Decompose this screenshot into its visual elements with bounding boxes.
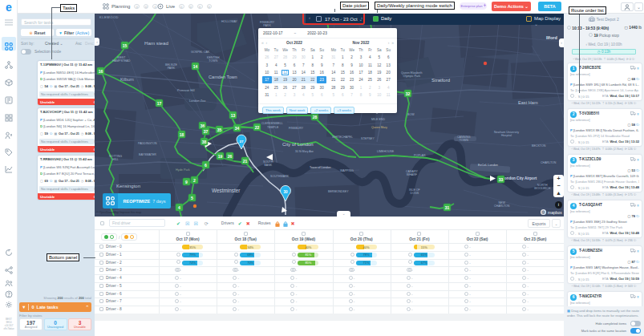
svg-text:38: 38 [202,140,207,144]
svg-text:35: 35 [217,128,222,132]
svg-text:14: 14 [193,64,198,69]
svg-text:15: 15 [123,43,128,48]
svg-text:18: 18 [180,132,184,137]
svg-text:5: 5 [191,196,193,200]
svg-text:26: 26 [228,154,233,159]
svg-text:6: 6 [205,163,207,168]
svg-text:27: 27 [240,140,244,144]
svg-text:30: 30 [283,190,288,194]
svg-text:4: 4 [178,205,180,210]
svg-text:31: 31 [445,205,450,210]
svg-text:21: 21 [243,159,248,164]
svg-text:13: 13 [231,113,236,118]
svg-text:22: 22 [255,125,260,130]
svg-text:37: 37 [204,129,209,134]
svg-text:16: 16 [99,69,103,74]
svg-text:19: 19 [218,154,223,159]
svg-text:33: 33 [499,177,504,182]
svg-text:9: 9 [185,180,188,184]
svg-text:17: 17 [157,101,162,106]
svg-text:34: 34 [235,126,240,131]
svg-text:2: 2 [193,178,196,183]
svg-text:32: 32 [406,91,411,96]
